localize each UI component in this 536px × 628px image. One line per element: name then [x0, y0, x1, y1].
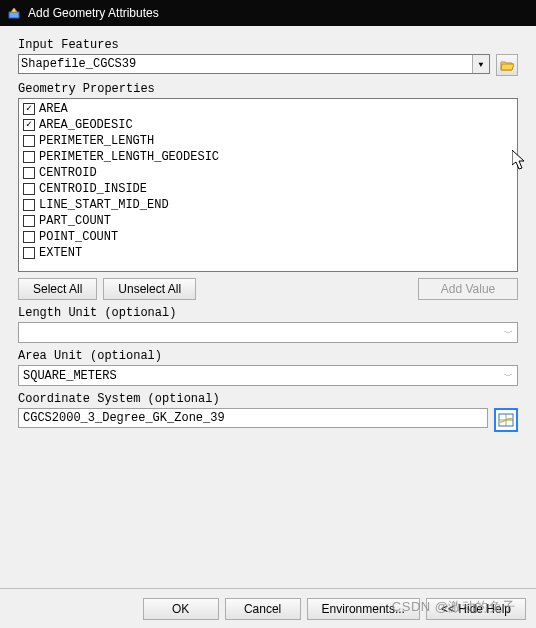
geom-prop-item[interactable]: CENTROID	[23, 165, 513, 181]
geom-prop-label: LINE_START_MID_END	[39, 198, 169, 212]
coordinate-system-label: Coordinate System (optional)	[18, 392, 518, 406]
area-unit-value: SQUARE_METERS	[23, 369, 117, 383]
coordinate-system-browse-button[interactable]	[494, 408, 518, 432]
titlebar: Add Geometry Attributes	[0, 0, 536, 26]
checkbox[interactable]	[23, 135, 35, 147]
checkbox[interactable]	[23, 119, 35, 131]
length-unit-label: Length Unit (optional)	[18, 306, 518, 320]
input-features-select[interactable]: Shapefile_CGCS39 ▼	[18, 54, 490, 74]
length-unit-select[interactable]: ﹀	[18, 322, 518, 343]
geom-prop-label: PERIMETER_LENGTH_GEODESIC	[39, 150, 219, 164]
chevron-down-icon[interactable]: ▼	[472, 55, 489, 73]
geom-prop-item[interactable]: AREA	[23, 101, 513, 117]
hide-help-button[interactable]: << Hide Help	[426, 598, 526, 620]
checkbox[interactable]	[23, 215, 35, 227]
unselect-all-button[interactable]: Unselect All	[103, 278, 196, 300]
checkbox[interactable]	[23, 151, 35, 163]
checkbox[interactable]	[23, 183, 35, 195]
geom-prop-label: POINT_COUNT	[39, 230, 118, 244]
geom-prop-label: CENTROID	[39, 166, 97, 180]
geometry-properties-list: AREAAREA_GEODESICPERIMETER_LENGTHPERIMET…	[18, 98, 518, 272]
checkbox[interactable]	[23, 103, 35, 115]
geom-prop-label: CENTROID_INSIDE	[39, 182, 147, 196]
geom-prop-label: PART_COUNT	[39, 214, 111, 228]
geom-prop-item[interactable]: CENTROID_INSIDE	[23, 181, 513, 197]
geom-prop-item[interactable]: EXTENT	[23, 245, 513, 261]
chevron-down-icon[interactable]: ﹀	[504, 369, 513, 382]
environments-button[interactable]: Environments...	[307, 598, 420, 620]
coordinate-system-input[interactable]	[18, 408, 488, 428]
input-features-value: Shapefile_CGCS39	[21, 57, 136, 71]
checkbox[interactable]	[23, 231, 35, 243]
area-unit-select[interactable]: SQUARE_METERS ﹀	[18, 365, 518, 386]
app-icon	[6, 5, 22, 21]
footer: OK Cancel Environments... << Hide Help	[0, 588, 536, 628]
area-unit-label: Area Unit (optional)	[18, 349, 518, 363]
chevron-down-icon[interactable]: ﹀	[504, 326, 513, 339]
checkbox[interactable]	[23, 247, 35, 259]
geom-prop-item[interactable]: AREA_GEODESIC	[23, 117, 513, 133]
cancel-button[interactable]: Cancel	[225, 598, 301, 620]
checkbox[interactable]	[23, 167, 35, 179]
geom-prop-label: AREA	[39, 102, 68, 116]
input-features-label: Input Features	[18, 38, 518, 52]
window-title: Add Geometry Attributes	[28, 6, 159, 20]
browse-button[interactable]	[496, 54, 518, 76]
spatial-ref-icon	[498, 413, 514, 427]
select-all-button[interactable]: Select All	[18, 278, 97, 300]
geom-prop-item[interactable]: PERIMETER_LENGTH	[23, 133, 513, 149]
geom-prop-label: PERIMETER_LENGTH	[39, 134, 154, 148]
folder-open-icon	[500, 59, 514, 71]
geometry-properties-label: Geometry Properties	[18, 82, 518, 96]
geom-prop-label: EXTENT	[39, 246, 82, 260]
geom-prop-item[interactable]: PART_COUNT	[23, 213, 513, 229]
ok-button[interactable]: OK	[143, 598, 219, 620]
geom-prop-label: AREA_GEODESIC	[39, 118, 133, 132]
add-value-button: Add Value	[418, 278, 518, 300]
geom-prop-item[interactable]: PERIMETER_LENGTH_GEODESIC	[23, 149, 513, 165]
geom-prop-item[interactable]: POINT_COUNT	[23, 229, 513, 245]
geom-prop-item[interactable]: LINE_START_MID_END	[23, 197, 513, 213]
svg-rect-0	[9, 12, 19, 18]
checkbox[interactable]	[23, 199, 35, 211]
